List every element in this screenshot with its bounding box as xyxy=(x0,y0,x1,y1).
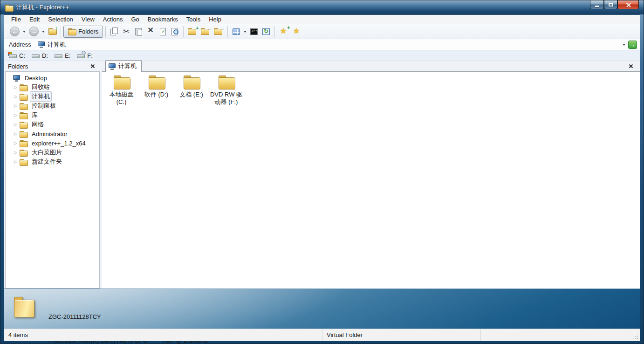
tree-item-label: 网络 xyxy=(30,119,46,130)
expander-icon[interactable] xyxy=(14,113,20,117)
forward-button[interactable] xyxy=(27,26,41,38)
maximize-icon xyxy=(609,3,613,7)
views-grid-icon xyxy=(233,28,240,35)
minimize-icon xyxy=(595,6,599,7)
tree-item[interactable]: 新建文件夹 xyxy=(12,157,99,166)
menu-item[interactable]: Tools xyxy=(182,15,205,24)
back-history-button[interactable] xyxy=(21,26,27,38)
resize-grip[interactable] xyxy=(633,334,638,339)
expander-icon[interactable] xyxy=(14,122,20,127)
close-tab-icon[interactable] xyxy=(628,63,634,69)
back-button[interactable] xyxy=(8,26,21,38)
properties-button[interactable] xyxy=(157,26,169,38)
computer-info-panel: ZGC-20111128TCY Processor: Intel(R) Core… xyxy=(4,289,640,329)
drive-item[interactable]: 软件 (D:) xyxy=(139,76,174,98)
computer-folder-icon xyxy=(14,297,34,316)
bookmarks-button[interactable] xyxy=(290,26,303,38)
tree-item-label: Administrator xyxy=(30,130,69,138)
folders-pane: Folders Desktop xyxy=(4,61,100,289)
tree-item[interactable]: 库 xyxy=(12,110,99,120)
folders-pane-title: Folders xyxy=(8,63,89,70)
address-input[interactable]: 计算机 xyxy=(36,40,623,49)
expander-icon[interactable] xyxy=(14,159,20,164)
drive-button[interactable]: D: xyxy=(32,52,48,59)
expander-icon[interactable] xyxy=(14,131,20,136)
tree-item[interactable]: Desktop xyxy=(6,73,99,83)
folder-icon xyxy=(20,84,27,90)
folder-icon xyxy=(20,122,27,128)
drive-item[interactable]: DVD RW 驱动器 (F:) xyxy=(209,76,244,106)
tab-computer[interactable]: 计算机 xyxy=(105,60,142,72)
delete-button[interactable] xyxy=(144,26,157,38)
expander-icon[interactable] xyxy=(14,85,20,89)
tab-bar: 计算机 xyxy=(102,61,640,72)
refresh-button[interactable] xyxy=(260,26,272,38)
drive-button[interactable]: F: xyxy=(77,52,93,59)
cut-button[interactable] xyxy=(120,26,132,38)
tree-item[interactable]: 网络 xyxy=(12,120,99,129)
new-folder-button[interactable] xyxy=(186,26,199,38)
menu-item[interactable]: Selection xyxy=(44,15,77,24)
folder-icon xyxy=(20,140,27,146)
views-dropdown-button[interactable] xyxy=(242,26,248,38)
tree-item[interactable]: 计算机 xyxy=(12,92,99,101)
paste-button[interactable] xyxy=(132,26,144,38)
file-list[interactable]: 本地磁盘 (C:) 软件 (D:) 文档 (E:) xyxy=(102,72,640,289)
expander-icon[interactable] xyxy=(14,150,20,155)
menu-item[interactable]: View xyxy=(77,15,99,24)
address-dropdown-icon[interactable] xyxy=(623,44,625,46)
search-button[interactable] xyxy=(169,26,181,38)
maximize-button[interactable] xyxy=(604,0,617,9)
scissors-icon xyxy=(122,28,130,35)
tree-item[interactable]: 控制面板 xyxy=(12,101,99,110)
command-prompt-icon xyxy=(250,28,258,35)
up-button[interactable] xyxy=(46,26,58,38)
tree-item[interactable]: Administrator xyxy=(12,129,99,138)
computer-name: ZGC-20111128TCY xyxy=(48,313,208,321)
tree-item-label: explorer++_1.2_x64 xyxy=(30,139,88,148)
drive-item[interactable]: 本地磁盘 (C:) xyxy=(104,76,139,106)
menu-item[interactable]: File xyxy=(7,15,25,24)
status-items-count: 4 items xyxy=(4,329,322,341)
menu-item[interactable]: Go xyxy=(127,15,143,24)
back-icon xyxy=(10,27,20,36)
minimize-button[interactable] xyxy=(590,0,604,9)
status-folder-type: Virtual Folder xyxy=(322,329,481,341)
copy-button[interactable] xyxy=(108,26,120,38)
menu-item[interactable]: Edit xyxy=(25,15,44,24)
views-button[interactable] xyxy=(230,26,242,38)
tree-item-label: 控制面板 xyxy=(30,101,58,111)
tree-item-label: 库 xyxy=(30,110,40,120)
copy-to-folder-button[interactable] xyxy=(199,26,212,38)
folder-icon xyxy=(68,28,75,34)
go-button[interactable] xyxy=(628,41,637,49)
computer-icon xyxy=(109,63,116,69)
drive-button[interactable]: E: xyxy=(55,52,70,59)
chevron-down-icon xyxy=(42,31,45,33)
folder-icon xyxy=(20,112,27,118)
tree-item[interactable]: 大白菜图片 xyxy=(12,148,99,157)
file-pane: 计算机 本地磁盘 (C:) xyxy=(102,61,640,289)
forward-history-button[interactable] xyxy=(41,26,46,38)
close-button[interactable] xyxy=(617,0,639,9)
menu-item[interactable]: Help xyxy=(205,15,226,24)
drive-item[interactable]: 文档 (E:) xyxy=(174,76,209,98)
close-pane-icon[interactable] xyxy=(89,63,96,69)
tree-item[interactable]: 回收站 xyxy=(12,83,99,92)
expander-icon[interactable] xyxy=(14,94,20,99)
tree-item[interactable]: explorer++_1.2_x64 xyxy=(12,138,99,148)
folders-toggle-button[interactable]: Folders xyxy=(63,26,103,38)
menu-item[interactable]: Bookmarks xyxy=(144,15,182,24)
command-prompt-button[interactable] xyxy=(248,26,260,38)
move-to-folder-button[interactable] xyxy=(212,26,225,38)
expander-icon[interactable] xyxy=(14,141,20,145)
toolbar-separator xyxy=(227,26,228,37)
title-bar[interactable]: 计算机 - Explorer++ xyxy=(0,0,644,14)
drive-button[interactable]: C: xyxy=(9,52,25,59)
add-bookmark-button[interactable] xyxy=(277,26,290,38)
paste-icon xyxy=(134,28,143,35)
menu-item[interactable]: Actions xyxy=(99,15,127,24)
address-bar: Address 计算机 xyxy=(4,39,640,50)
expander-icon[interactable] xyxy=(14,103,20,108)
folder-icon xyxy=(149,76,164,89)
